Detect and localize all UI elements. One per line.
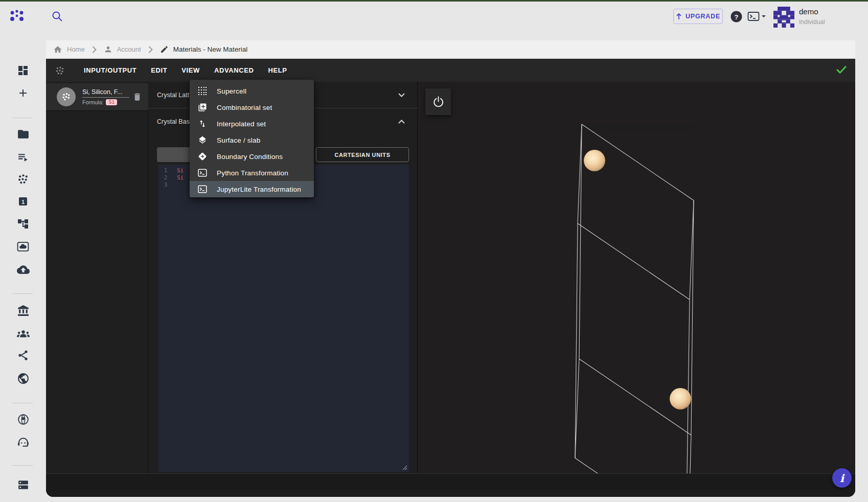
upload-arrow-icon xyxy=(676,13,682,20)
breadcrumb-account[interactable]: Account xyxy=(104,45,141,54)
menu-item-jupyterlite-transformation[interactable]: JupyterLite Transformation xyxy=(190,181,314,197)
menu-input-output[interactable]: INPUT/OUTPUT xyxy=(77,59,144,82)
user-plan: Individual xyxy=(799,18,825,26)
menu-edit[interactable]: EDIT xyxy=(144,59,174,82)
chevron-up-icon xyxy=(398,120,405,124)
dashboard-icon[interactable] xyxy=(0,64,46,77)
support-agent-icon[interactable] xyxy=(0,436,46,449)
info-glyph: i xyxy=(840,472,844,485)
menu-item-interpolated-set[interactable]: Interpolated set xyxy=(190,116,314,132)
menu-help[interactable]: HELP xyxy=(261,59,294,82)
svg-text:?: ? xyxy=(735,13,739,21)
basis-code-editor[interactable]: 1 Si 2 Si 3 xyxy=(158,165,409,472)
mat3ra-logo[interactable] xyxy=(9,8,25,24)
breadcrumb-home[interactable]: Home xyxy=(53,45,85,54)
cloud-upload-icon[interactable] xyxy=(0,263,46,276)
materials-dots-icon[interactable] xyxy=(0,173,46,186)
atom-si-bottom xyxy=(670,388,691,409)
menu-item-supercell[interactable]: Supercell xyxy=(190,83,314,99)
materials-designer-app: INPUT/OUTPUT EDIT VIEW ADVANCED HELP Si,… xyxy=(46,59,855,497)
material-list-item[interactable]: Si, Silicon, F... Formula: Si xyxy=(46,83,148,111)
atom-si-top xyxy=(584,150,605,171)
breadcrumb-account-label: Account xyxy=(117,45,141,53)
person-icon xyxy=(104,45,112,54)
supercell-grid-icon xyxy=(198,86,207,96)
plus-icon[interactable] xyxy=(0,87,46,99)
resize-handle-icon[interactable] xyxy=(401,464,408,471)
library-add-icon xyxy=(198,103,207,112)
viewer-ball-icon[interactable] xyxy=(0,413,46,426)
folder-icon[interactable] xyxy=(0,128,46,141)
top-header: UPGRADE ? xyxy=(0,2,868,40)
globe-icon[interactable] xyxy=(0,372,46,385)
breadcrumb-current[interactable]: Materials - New Material xyxy=(160,45,248,54)
designer-toolbar: INPUT/OUTPUT EDIT VIEW ADVANCED HELP xyxy=(46,59,855,82)
jobs-list-icon[interactable] xyxy=(0,151,46,164)
materials-list-panel: Si, Silicon, F... Formula: Si xyxy=(46,82,148,473)
line-code: Si xyxy=(173,174,184,181)
formula-label: Formula: xyxy=(82,99,103,105)
workflow-tree-icon[interactable] xyxy=(0,218,46,230)
menu-item-combinatorial-set[interactable]: Combinatorial set xyxy=(190,99,314,116)
svg-text:1: 1 xyxy=(21,199,25,205)
swap-vert-icon xyxy=(198,119,207,128)
saved-check-icon xyxy=(836,65,847,74)
pencil-icon xyxy=(160,45,169,54)
line-number: 2 xyxy=(158,174,173,181)
help-icon[interactable]: ? xyxy=(730,11,742,22)
line-number: 1 xyxy=(158,167,173,174)
upgrade-button[interactable]: UPGRADE xyxy=(673,9,723,24)
material-avatar xyxy=(57,87,76,106)
menu-item-python-transformation[interactable]: Python Transformation xyxy=(190,165,314,181)
left-sidebar: 1 xyxy=(0,31,46,502)
sidebar-divider xyxy=(12,465,33,466)
sidebar-divider xyxy=(12,293,33,294)
search-icon[interactable] xyxy=(51,10,63,22)
menu-advanced[interactable]: ADVANCED xyxy=(207,59,261,82)
line-code: Si xyxy=(173,167,184,174)
team-icon[interactable] xyxy=(0,327,46,340)
menu-item-boundary-conditions[interactable]: Boundary Conditions xyxy=(190,148,314,165)
content-area: Si, Silicon, F... Formula: Si Crystal La… xyxy=(46,82,855,473)
three-d-viewer[interactable] xyxy=(418,82,855,473)
cartesian-units-toggle-button[interactable]: CARTESIAN UNITS xyxy=(316,147,409,162)
boundary-diamond-icon xyxy=(198,152,207,161)
sidebar-divider xyxy=(12,403,33,403)
user-name[interactable]: demo xyxy=(799,7,818,16)
crystal-cell-wireframe xyxy=(418,82,855,473)
advanced-dropdown-menu: Supercell Combinatorial set Interpolated… xyxy=(190,80,314,197)
breadcrumb-current-label: Materials - New Material xyxy=(173,45,248,53)
formula-badge: Si xyxy=(106,99,117,105)
chevron-right-icon xyxy=(148,46,153,53)
cloud-frame-icon[interactable] xyxy=(0,240,46,253)
terminal-icon xyxy=(198,185,207,194)
chevron-right-icon xyxy=(92,46,97,53)
app-footer-bar xyxy=(46,473,855,497)
menu-view[interactable]: VIEW xyxy=(174,59,207,82)
line-code xyxy=(173,181,177,189)
bank-icon[interactable] xyxy=(0,304,46,317)
caret-down-icon xyxy=(761,14,766,18)
share-icon[interactable] xyxy=(0,349,46,361)
layers-icon xyxy=(198,135,207,145)
info-button[interactable]: i xyxy=(832,468,852,488)
bank-card-one-icon[interactable]: 1 xyxy=(0,195,46,208)
molecule-dots-icon xyxy=(54,65,65,76)
line-number: 3 xyxy=(158,181,173,189)
storage-icon[interactable] xyxy=(0,478,46,491)
terminal-icon xyxy=(198,168,207,177)
upgrade-label: UPGRADE xyxy=(686,13,720,20)
chevron-down-icon xyxy=(398,93,405,97)
delete-material-button[interactable] xyxy=(132,92,142,102)
home-icon xyxy=(53,45,62,54)
user-avatar[interactable] xyxy=(773,7,794,28)
breadcrumb-home-label: Home xyxy=(67,45,85,53)
crystal-lattice-label: Crystal Latt... xyxy=(157,92,195,99)
menu-item-surface-slab[interactable]: Surface / slab xyxy=(190,132,314,148)
console-dropdown-icon[interactable] xyxy=(747,11,766,22)
breadcrumb: Home Account Materials - New Material xyxy=(46,40,855,59)
material-name: Si, Silicon, F... xyxy=(82,88,129,98)
sidebar-divider xyxy=(12,118,33,118)
